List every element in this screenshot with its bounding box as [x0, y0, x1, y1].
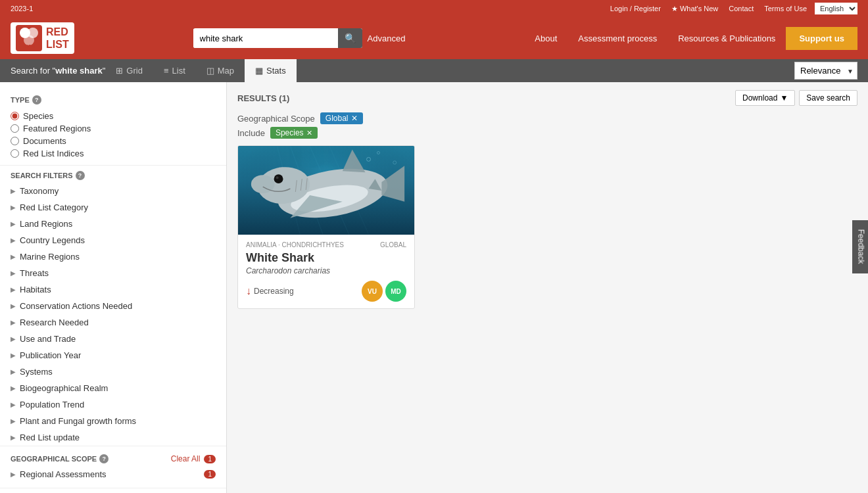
- filter-publication-year[interactable]: ▶ Publication Year: [0, 347, 226, 364]
- arrow-icon: ▶: [11, 302, 16, 310]
- support-button[interactable]: Support us: [786, 27, 857, 50]
- type-red-list-indices[interactable]: Red List Indices: [11, 147, 216, 160]
- results-count: RESULTS (1): [237, 93, 289, 103]
- filter-plant-fungal[interactable]: ▶ Plant and Fungal growth forms: [0, 413, 226, 429]
- search-query: white shark: [55, 66, 103, 76]
- save-search-button[interactable]: Save search: [799, 90, 857, 106]
- filter-threats[interactable]: ▶ Threats: [0, 265, 226, 281]
- filter-country-legends[interactable]: ▶ Country Legends: [0, 232, 226, 248]
- include-section: INCLUDE ? Clear All 1 Species (1) Subspe…: [0, 488, 226, 493]
- svg-point-14: [274, 174, 283, 183]
- terms-link[interactable]: Terms of Use: [764, 5, 807, 12]
- search-for-text: Search for "white shark": [11, 59, 105, 82]
- filters-info-icon[interactable]: ?: [76, 171, 85, 180]
- geo-scope-filter-row: Geographical Scope Global ✕: [237, 112, 857, 124]
- relevance-select[interactable]: Relevance: [794, 62, 857, 80]
- language-select[interactable]: English: [815, 3, 857, 14]
- filter-red-list-update[interactable]: ▶ Red List update: [0, 429, 226, 446]
- filter-red-list-category[interactable]: ▶ Red List Category: [0, 199, 226, 216]
- include-tag-remove[interactable]: ✕: [306, 129, 312, 137]
- type-featured-regions-radio[interactable]: [11, 124, 19, 133]
- sidebar: TYPE ? Species Featured Regions Document…: [0, 82, 227, 493]
- arrow-icon: ▶: [11, 352, 16, 359]
- search-box: 🔍: [193, 28, 362, 48]
- filter-marine-regions[interactable]: ▶ Marine Regions: [0, 248, 226, 265]
- content: RESULTS (1) Download ▼ Save search Geogr…: [227, 82, 868, 493]
- arrow-icon: ▶: [11, 270, 16, 277]
- trend-arrow-icon: ↓: [246, 285, 251, 297]
- tab-map[interactable]: ◫ Map: [196, 59, 245, 82]
- vu-badge: VU: [362, 281, 383, 302]
- type-species[interactable]: Species: [11, 110, 216, 122]
- search-bar: Search for "white shark" ⊞ Grid ≡ List ◫…: [0, 59, 868, 82]
- relevance-wrapper: Relevance: [794, 62, 857, 80]
- arrow-icon: ▶: [11, 204, 16, 211]
- type-options: Species Featured Regions Documents Red L…: [0, 107, 226, 165]
- geo-scope-info-icon[interactable]: ?: [99, 454, 108, 463]
- arrow-icon: ▶: [11, 237, 16, 244]
- type-red-list-indices-radio[interactable]: [11, 149, 19, 158]
- filter-land-regions[interactable]: ▶ Land Regions: [0, 216, 226, 232]
- logo-area: IUCN REDLIST: [11, 22, 74, 54]
- whats-new-link[interactable]: ★ What's New: [671, 5, 718, 13]
- header: IUCN REDLIST 🔍 Advanced About Assessment…: [0, 17, 868, 59]
- type-documents[interactable]: Documents: [11, 135, 216, 147]
- main: TYPE ? Species Featured Regions Document…: [0, 82, 868, 493]
- filter-population-trend[interactable]: ▶ Population Trend: [0, 396, 226, 413]
- filter-research-needed[interactable]: ▶ Research Needed: [0, 314, 226, 331]
- include-filter-row: Include Species ✕: [237, 127, 857, 139]
- search-filters-title: SEARCH FILTERS ?: [0, 166, 226, 183]
- arrow-icon: ▶: [11, 368, 16, 375]
- arrow-icon: ▶: [11, 335, 16, 342]
- filter-taxonomy[interactable]: ▶ Taxonomy: [0, 183, 226, 199]
- tab-list[interactable]: ≡ List: [153, 59, 196, 82]
- geo-tag: Global ✕: [320, 112, 363, 124]
- tab-stats[interactable]: ▦ Stats: [245, 59, 297, 82]
- status-badges: VU MD: [362, 281, 406, 302]
- download-button[interactable]: Download ▼: [735, 90, 795, 106]
- md-badge: MD: [385, 281, 406, 302]
- filters-row: Geographical Scope Global ✕ Include Spec…: [237, 112, 857, 139]
- logo-text: REDLIST: [46, 26, 69, 51]
- regional-assessments-badge: 1: [204, 470, 216, 479]
- species-name: White Shark: [246, 251, 406, 265]
- type-featured-regions[interactable]: Featured Regions: [11, 122, 216, 135]
- geo-count-badge: 1: [204, 455, 216, 463]
- filter-habitats[interactable]: ▶ Habitats: [0, 281, 226, 298]
- filter-use-and-trade[interactable]: ▶ Use and Trade: [0, 331, 226, 347]
- arrow-icon: ▶: [11, 471, 16, 478]
- species-trend: ↓ Decreasing: [246, 285, 294, 297]
- type-info-icon[interactable]: ?: [32, 95, 41, 105]
- feedback-button[interactable]: Feedback: [853, 220, 868, 273]
- tab-grid[interactable]: ⊞ Grid: [105, 59, 153, 82]
- search-button[interactable]: 🔍: [338, 28, 362, 48]
- include-tag: Species ✕: [270, 127, 318, 139]
- contact-link[interactable]: Contact: [729, 5, 754, 12]
- type-species-radio[interactable]: [11, 112, 19, 120]
- arrow-icon: ▶: [11, 385, 16, 392]
- geo-clear-all[interactable]: Clear All: [171, 454, 201, 463]
- filter-regional-assessments[interactable]: ▶ Regional Assessments 1: [0, 466, 226, 482]
- svg-text:IUCN: IUCN: [23, 44, 34, 49]
- arrow-icon: ▶: [11, 286, 16, 293]
- assessment-link[interactable]: Assessment process: [567, 27, 667, 50]
- view-tabs: ⊞ Grid ≡ List ◫ Map ▦ Stats: [105, 59, 296, 82]
- species-status-row: ↓ Decreasing VU MD: [246, 281, 406, 302]
- type-section: TYPE ? Species Featured Regions Document…: [0, 90, 226, 165]
- species-card[interactable]: ANIMALIA · CHONDRICHTHYES GLOBAL White S…: [237, 145, 415, 309]
- species-image: [238, 146, 414, 235]
- results-header: RESULTS (1) Download ▼ Save search: [237, 90, 857, 106]
- filter-biogeographical-realm[interactable]: ▶ Biogeographical Realm: [0, 380, 226, 396]
- type-documents-radio[interactable]: [11, 137, 19, 145]
- resources-link[interactable]: Resources & Publications: [667, 27, 786, 50]
- search-area: 🔍 Advanced: [193, 28, 406, 48]
- geo-tag-remove[interactable]: ✕: [351, 114, 358, 123]
- action-buttons: Download ▼ Save search: [735, 90, 857, 106]
- about-link[interactable]: About: [524, 27, 567, 50]
- login-link[interactable]: Login / Register: [610, 5, 661, 12]
- search-input[interactable]: [193, 29, 338, 48]
- filter-conservation-actions[interactable]: ▶ Conservation Actions Needed: [0, 298, 226, 314]
- arrow-icon: ▶: [11, 434, 16, 441]
- advanced-link[interactable]: Advanced: [368, 34, 406, 43]
- filter-systems[interactable]: ▶ Systems: [0, 364, 226, 380]
